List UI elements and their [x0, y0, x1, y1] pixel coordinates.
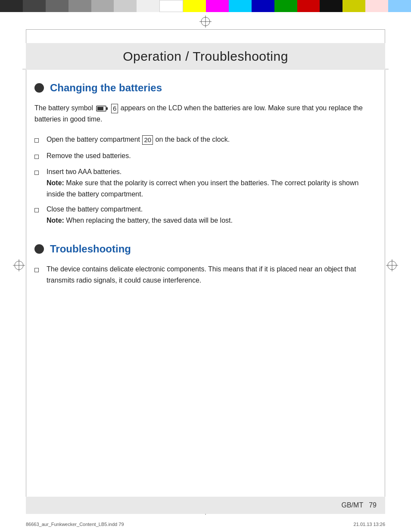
swatch-15 [320, 0, 342, 12]
list-item: The device contains delicate electronic … [34, 264, 377, 286]
note-text-4: When replacing the battery, the saved da… [66, 217, 233, 224]
swatch-16 [342, 0, 365, 12]
border-left [26, 29, 26, 503]
swatch-14 [297, 0, 320, 12]
ts-square-bullet-1 [34, 268, 39, 272]
swatch-10 [206, 0, 229, 12]
list-item-content-1: Open the battery compartment 20 on the b… [47, 134, 377, 145]
intro-text-before: The battery symbol [34, 104, 93, 112]
swatch-4 [68, 0, 91, 12]
swatch-5 [91, 0, 114, 12]
ts-list-item-1-text: The device contains delicate electronic … [47, 265, 356, 284]
list-item-content-2: Remove the used batteries. [47, 150, 377, 162]
list-item-2-text: Remove the used batteries. [47, 152, 131, 159]
swatch-18 [388, 0, 411, 12]
square-bullet-3 [34, 171, 39, 175]
svg-rect-14 [97, 107, 103, 110]
swatch-8 [159, 0, 183, 12]
square-bullet-1 [34, 138, 39, 143]
troubleshooting-list: The device contains delicate electronic … [34, 264, 377, 286]
page-title: Operation / Troubleshooting [123, 49, 288, 64]
bullet-circle-troubleshooting [34, 244, 44, 254]
swatch-17 [365, 0, 388, 12]
svg-rect-13 [106, 107, 108, 110]
changing-batteries-heading: Changing the batteries [50, 82, 162, 94]
square-bullet-4 [34, 208, 39, 212]
battery-icon [96, 105, 108, 112]
troubleshooting-section: Troubleshooting The device contains deli… [34, 243, 377, 286]
file-info-left: 86663_aur_Funkwecker_Content_LB5.indd 79 [26, 522, 124, 527]
swatch-7 [137, 0, 159, 12]
compartment-ref-number: 20 [142, 135, 153, 145]
list-marker-4 [34, 204, 47, 216]
footer-bar: GB/MT 79 [26, 497, 385, 514]
list-item-1-text-before: Open the battery compartment [47, 136, 142, 143]
note-text-3: Make sure that the polarity is correct w… [47, 179, 358, 198]
swatch-13 [274, 0, 297, 12]
swatch-9 [183, 0, 206, 12]
list-item: Close the battery compartment. Note: Whe… [34, 204, 377, 226]
reg-mark-right-middle [386, 259, 398, 273]
note-label-4: Note: [47, 217, 64, 224]
footer-locale: GB/MT [341, 501, 363, 509]
bullet-circle-batteries [34, 83, 44, 93]
square-bullet-2 [34, 155, 39, 159]
troubleshooting-heading-row: Troubleshooting [34, 243, 377, 255]
list-marker-1 [34, 134, 47, 146]
list-item-4-text: Close the battery compartment. [47, 205, 143, 213]
swatch-1 [0, 0, 23, 12]
list-item-3-text: Insert two AAA batteries. [47, 168, 121, 175]
list-marker-2 [34, 150, 47, 162]
list-item: Open the battery compartment 20 on the b… [34, 134, 377, 146]
list-item-1-text-after: on the back of the clock. [153, 136, 230, 143]
border-right [385, 29, 385, 503]
list-marker-3 [34, 166, 47, 178]
troubleshooting-heading: Troubleshooting [50, 243, 131, 255]
reg-mark-left-middle [13, 259, 25, 273]
reg-mark-top-center [199, 16, 212, 29]
content-area: Changing the batteries The battery symbo… [34, 78, 377, 489]
section-title-bar: Operation / Troubleshooting [26, 43, 385, 70]
swatch-12 [252, 0, 274, 12]
footer-page-number: 79 [369, 501, 377, 509]
changing-batteries-heading-row: Changing the batteries [34, 82, 377, 94]
list-item: Insert two AAA batteries. Note: Make sur… [34, 166, 377, 199]
color-bar [0, 0, 411, 12]
swatch-11 [229, 0, 252, 12]
list-item: Remove the used batteries. [34, 150, 377, 162]
batteries-list: Open the battery compartment 20 on the b… [34, 134, 377, 226]
tick-right-1 [385, 69, 389, 69]
swatch-3 [46, 0, 68, 12]
battery-ref-number: 6 [111, 104, 118, 113]
changing-batteries-section: Changing the batteries The battery symbo… [34, 82, 377, 226]
swatch-6 [114, 0, 137, 12]
tick-left-1 [22, 69, 26, 69]
note-label-3: Note: [47, 179, 64, 187]
ts-list-marker-1 [34, 264, 47, 276]
file-info: 86663_aur_Funkwecker_Content_LB5.indd 79… [26, 522, 385, 527]
file-info-right: 21.01.13 13:26 [354, 522, 385, 527]
swatch-2 [23, 0, 46, 12]
border-top [26, 29, 385, 30]
batteries-intro-text: The battery symbol 6 appears on the LCD … [34, 103, 377, 124]
list-item-content-4: Close the battery compartment. Note: Whe… [47, 204, 377, 226]
ts-list-item-content-1: The device contains delicate electronic … [47, 264, 377, 286]
footer-text: GB/MT 79 [341, 501, 377, 509]
list-item-content-3: Insert two AAA batteries. Note: Make sur… [47, 166, 377, 199]
